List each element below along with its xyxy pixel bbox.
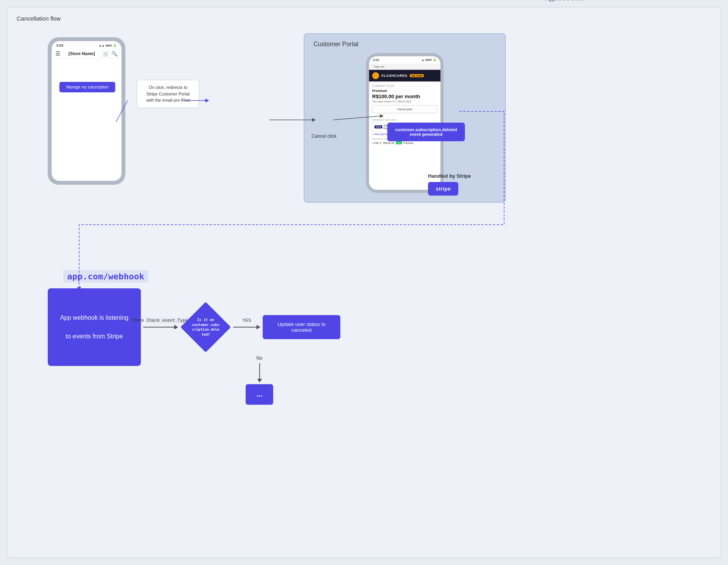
invoice-plan: Premium [404,142,414,144]
sign-out-link: ↑ Sign out [372,65,384,68]
payment-label: PAYMENT METHOD [372,119,437,121]
decision-diamond: Is it an customer.subs cription.dele ted… [180,302,231,352]
store-name: [Store Name] [68,51,95,56]
handled-by-label: Handled by Stripe [428,173,471,179]
cancel-click-label: Cancel click [312,133,336,139]
bottom-section: app.com/webhook App webhook is listening… [17,270,711,366]
app-phone: 3:03 ▲▲ WiFi 🔋 ☰ [Store Name] 🛒 🔍 Manage… [48,37,125,185]
stripe-box: stripe [428,182,458,196]
update-status-box: Update user status to canceled [263,315,340,339]
webhook-url: app.com/webhook [63,270,148,283]
plan-name: Premium [372,89,437,93]
visa-badge: VISA [374,125,382,128]
portal-time: 3:03 [373,58,379,62]
event-line2: event generated [410,132,442,137]
no-label: No [257,355,262,361]
diamond-line3: cription.dele [192,328,219,331]
yes-label: YES [243,318,251,322]
webhook-line1: App webhook is listening [60,313,128,322]
event-box: customer.subscription.deleted event gene… [387,123,465,141]
diagram-container: Cancellation flow 3:03 ▲▲ WiFi 🔋 ☰ [Stor… [7,7,721,558]
status-icons: ▲▲ WiFi 🔋 [99,44,117,47]
yes-arrow: YES [233,325,260,329]
customer-portal-box: Customer Portal 3:03 ▲ WiFi 🔋 ↑ Sign out… [304,33,506,203]
triggers-label: Triggers the event [543,0,583,2]
app-name: FLASHCARDS [381,74,407,78]
cart-icon: 🛒 [103,51,109,57]
manage-subscription-button[interactable]: Manage my subscription [59,82,115,92]
diamond-line2: customer.subs [192,322,219,326]
bottom-flow: App webhook is listening to events from … [48,288,711,366]
diamond-line4: ted? [201,333,210,336]
hamburger-icon: ☰ [55,50,61,57]
event-line1: customer.subscription.deleted [395,127,457,132]
callout-box: On click, redirects to Stripe Customer P… [137,80,199,108]
stripe-label: stripe [436,186,451,192]
app-content: Manage my subscription [52,59,121,100]
webhook-block: App webhook is listening to events from … [48,288,141,366]
update-status-label: Update user status to canceled [277,321,326,333]
invoice-date: 1 Feb '0' [372,142,382,144]
no-branch: No ... [246,355,273,405]
check-arrow: Check Check event.Type [143,325,178,329]
app-logo [372,72,379,79]
test-badge: test mode [410,74,424,77]
invoice-row: 1 Feb '0' R$100.00 Paid Premium [372,141,437,144]
diagram-title: Cancellation flow [17,15,711,22]
diamond-line1: Is it an [197,318,214,322]
plan-renew: Your plan renews on 1 March 2024. [372,100,437,103]
app-nav: ☰ [Store Name] 🛒 🔍 [52,49,121,59]
cancel-plan-button[interactable]: Cancel plan [372,105,437,113]
search-icon: 🔍 [111,51,118,57]
portal-title: Customer Portal [314,41,496,48]
invoice-amount: R$100.00 [383,142,394,144]
portal-appbar: FLASHCARDS test mode [369,70,440,81]
webhook-line2: to events from Stripe [66,332,123,341]
top-row: 3:03 ▲▲ WiFi 🔋 ☰ [Store Name] 🛒 🔍 Manage… [17,29,711,224]
current-plan-label: CURRENT PLAN [372,85,437,87]
dots-label: ... [257,390,262,398]
plan-price: R$100.00 per month [372,94,437,99]
dots-box: ... [246,384,273,405]
portal-topbar: ↑ Sign out [369,64,440,70]
paid-badge: Paid [396,141,402,144]
portal-status-icons: ▲ WiFi 🔋 [421,58,437,62]
app-time: 3:03 [56,43,63,47]
callout-text: On click, redirects to Stripe Customer P… [146,85,190,102]
